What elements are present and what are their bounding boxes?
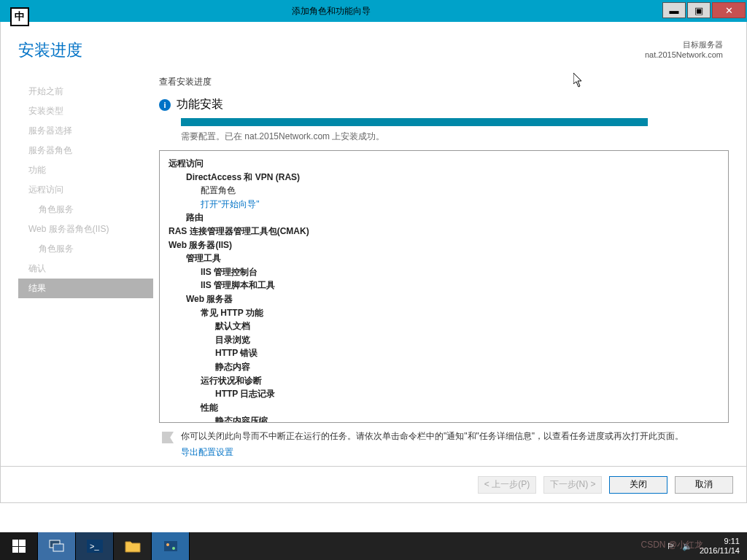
sidebar-item: Web 服务器角色(IIS) [18, 219, 153, 239]
main-pane: 查看安装进度 i 功能安装 需要配置。已在 nat.2015Network.co… [153, 71, 729, 466]
sidebar-item: 远程访问 [18, 180, 153, 200]
title-bar: 添加角色和功能向导 ▬ ▣ ✕ [0, 0, 747, 22]
hint-row: 你可以关闭此向导而不中断正在运行的任务。请依次单击命令栏中的"通知"和"任务详细… [159, 423, 729, 445]
sidebar-item: 角色服务 [18, 200, 153, 219]
sidebar-item: 结果 [18, 279, 153, 298]
taskbar-explorer[interactable] [114, 532, 152, 560]
sidebar-item: 安装类型 [18, 101, 153, 121]
feature-install-row: i 功能安装 [159, 93, 729, 117]
tree-link[interactable]: 打开"开始向导" [169, 198, 725, 211]
sidebar-item: 服务器角色 [18, 141, 153, 160]
tree-node: 性能 [169, 401, 725, 415]
sidebar-item: 功能 [18, 160, 153, 180]
results-tree[interactable]: 远程访问DirectAccess 和 VPN (RAS)配置角色打开"开始向导"… [159, 150, 729, 423]
close-wizard-button[interactable]: 关闭 [609, 476, 667, 494]
close-button[interactable]: ✕ [712, 2, 746, 18]
flag-icon [162, 432, 174, 443]
tree-node: IIS 管理脚本和工具 [169, 279, 725, 292]
svg-rect-4 [164, 541, 177, 551]
minimize-button[interactable]: ▬ [662, 2, 686, 18]
sidebar-item: 服务器选择 [18, 121, 153, 141]
tree-node: 配置角色 [169, 184, 725, 198]
tree-node: 管理工具 [169, 252, 725, 265]
target-server-info: 目标服务器 nat.2015Network.com [645, 39, 723, 61]
next-button: 下一步(N) > [543, 476, 602, 494]
taskbar-app[interactable] [152, 532, 190, 560]
sidebar-item: 角色服务 [18, 239, 153, 259]
info-icon: i [159, 99, 171, 111]
target-server-label: 目标服务器 [645, 39, 723, 50]
tree-node: DirectAccess 和 VPN (RAS) [169, 171, 725, 184]
tree-node: HTTP 错误 [169, 346, 725, 360]
svg-text:>_: >_ [90, 542, 99, 551]
tree-node: HTTP 日志记录 [169, 387, 725, 401]
target-server-value: nat.2015Network.com [645, 50, 723, 59]
tree-node: 运行状况和诊断 [169, 374, 725, 388]
tree-node: 默认文档 [169, 319, 725, 333]
tray-time: 9:11 [700, 537, 740, 546]
folder-icon [125, 540, 141, 553]
taskbar-server-manager[interactable] [38, 532, 76, 560]
tray-flag-icon[interactable]: 🏳 [667, 542, 675, 551]
wizard-header: 安装进度 目标服务器 nat.2015Network.com [1, 22, 746, 66]
ime-indicator[interactable]: 中 [10, 7, 29, 26]
tree-node: 常见 HTTP 功能 [169, 306, 725, 320]
sidebar-item: 开始之前 [18, 82, 153, 101]
tray-sound-icon[interactable]: 🔈 [682, 542, 692, 551]
start-button[interactable] [0, 532, 38, 560]
tray-date: 2016/11/14 [700, 546, 740, 556]
tree-node: Web 服务器(IIS) [169, 238, 725, 252]
system-tray[interactable]: 🏳 🔈 9:11 2016/11/14 [659, 532, 747, 560]
window-title: 添加角色和功能向导 [0, 5, 662, 18]
server-manager-icon [49, 540, 65, 553]
taskbar[interactable]: >_ 🏳 🔈 9:11 2016/11/14 [0, 532, 747, 560]
tree-node: 静态内容压缩 [169, 414, 725, 423]
wizard-body: 安装进度 目标服务器 nat.2015Network.com 开始之前安装类型服… [0, 22, 747, 503]
taskbar-powershell[interactable]: >_ [76, 532, 114, 560]
previous-button: < 上一步(P) [478, 476, 536, 494]
tree-node: IIS 管理控制台 [169, 265, 725, 279]
windows-logo-icon [12, 540, 26, 553]
hint-text: 你可以关闭此向导而不中断正在运行的任务。请依次单击命令栏中的"通知"和"任务详细… [181, 430, 684, 443]
feature-install-label: 功能安装 [177, 97, 223, 112]
sidebar-item: 确认 [18, 259, 153, 279]
maximize-button[interactable]: ▣ [687, 2, 711, 18]
tree-node: Web 服务器 [169, 292, 725, 306]
app-icon [163, 540, 179, 553]
tree-node: 路由 [169, 211, 725, 225]
export-config-link[interactable]: 导出配置设置 [159, 445, 729, 466]
tree-node: 静态内容 [169, 360, 725, 374]
svg-point-5 [166, 543, 169, 546]
install-progress-bar [181, 118, 648, 126]
svg-rect-1 [53, 544, 63, 551]
wizard-steps-sidebar: 开始之前安装类型服务器选择服务器角色功能远程访问角色服务Web 服务器角色(II… [18, 71, 153, 466]
svg-point-6 [172, 547, 175, 550]
page-title: 安装进度 [18, 39, 645, 61]
window-controls: ▬ ▣ ✕ [662, 0, 747, 22]
tree-node: 目录浏览 [169, 333, 725, 347]
config-required-message: 需要配置。已在 nat.2015Network.com 上安装成功。 [159, 131, 729, 143]
wizard-footer: < 上一步(P) 下一步(N) > 关闭 取消 [1, 466, 746, 502]
tree-node: 远程访问 [169, 157, 725, 171]
view-progress-label: 查看安装进度 [159, 71, 729, 93]
powershell-icon: >_ [87, 540, 103, 553]
cancel-button[interactable]: 取消 [675, 476, 733, 494]
tree-node: RAS 连接管理器管理工具包(CMAK) [169, 225, 725, 238]
tray-clock[interactable]: 9:11 2016/11/14 [700, 537, 740, 556]
